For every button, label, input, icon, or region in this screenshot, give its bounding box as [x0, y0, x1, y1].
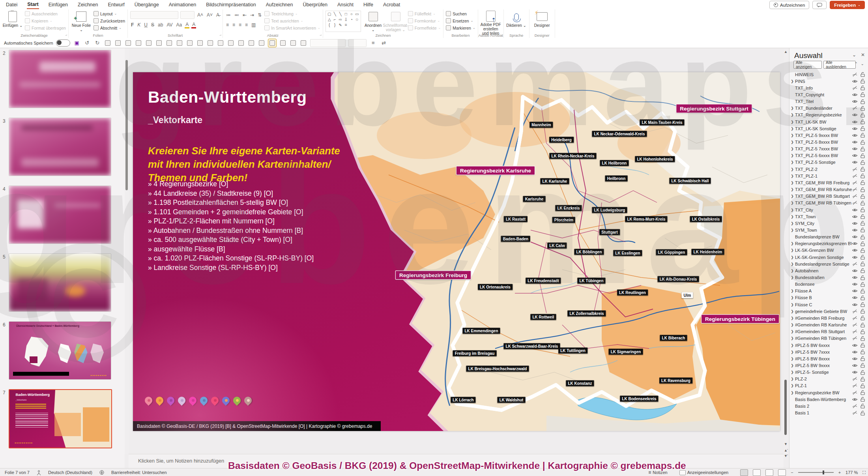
display-settings-toggle[interactable]: Anzeigeeinstellungen	[679, 470, 729, 475]
layer-name[interactable]: TXT_PLZ-5 7xxxx BW	[795, 146, 852, 151]
scroll-down-icon[interactable]: ▼	[784, 442, 788, 446]
unlock-icon[interactable]	[860, 153, 865, 158]
unlock-icon[interactable]	[860, 248, 865, 253]
unlock-icon[interactable]	[860, 221, 865, 226]
unlock-icon[interactable]	[860, 397, 865, 402]
expand-chevron-icon[interactable]: ❯	[789, 215, 795, 219]
expand-chevron-icon[interactable]: ❯	[789, 364, 795, 367]
layer-row-txt-plz-5-6xxxx-bw[interactable]: ❯TXT_PLZ-5 6xxxx BW	[789, 152, 868, 159]
eye-hidden-icon[interactable]	[852, 174, 858, 178]
shape-icon[interactable]: ⇨	[338, 17, 343, 22]
image-icon[interactable]	[299, 39, 307, 47]
ribbon-item-zur-cksetzen[interactable]: Zurücksetzen	[94, 18, 125, 24]
layer-row-hinweis[interactable]: HINWEIS	[789, 71, 868, 78]
eye-hidden-icon[interactable]	[852, 390, 858, 395]
eye-visible-icon[interactable]	[852, 255, 858, 260]
layer-name[interactable]: Flüsse C	[795, 302, 852, 307]
expand-chevron-icon[interactable]: ❯	[789, 242, 795, 245]
layer-name[interactable]: #PLZ-5 BW 6xxxx	[795, 343, 852, 348]
menu-tab-einfügen[interactable]: Einfügen	[48, 1, 68, 9]
layer-row-bodensee[interactable]: Bodensee	[789, 281, 868, 288]
layer-name[interactable]: Regierungsbezirke BW	[795, 390, 852, 395]
unlock-icon[interactable]	[860, 322, 865, 328]
next-slide-icon[interactable]: ▼̄	[784, 454, 788, 458]
move-down-icon[interactable]: ⌄	[861, 62, 864, 66]
expand-chevron-icon[interactable]: ❯	[789, 384, 795, 388]
unlock-icon[interactable]	[860, 214, 865, 219]
layer-name[interactable]: TXT_GEM_BW RB Karlsruhe	[795, 187, 852, 192]
unlock-icon[interactable]	[860, 295, 865, 300]
layer-name[interactable]: SYM_Town	[795, 228, 852, 232]
eye-hidden-icon[interactable]	[852, 187, 858, 192]
alignment-button[interactable]: ≡	[225, 22, 230, 28]
eye-visible-icon[interactable]	[852, 79, 858, 84]
eye-visible-icon[interactable]	[852, 295, 858, 300]
slide-sorter-view-button[interactable]	[753, 469, 761, 476]
layer-name[interactable]: Bundeslandgrenze BW	[795, 234, 852, 239]
font-style-button-8[interactable]: A	[191, 22, 196, 28]
unlock-icon[interactable]	[860, 377, 865, 382]
eye-visible-icon[interactable]	[852, 268, 858, 273]
menu-tab-entwurf[interactable]: Entwurf	[107, 1, 125, 9]
menu-tab-aufzeichnen[interactable]: Aufzeichnen	[266, 1, 294, 9]
unlock-icon[interactable]	[860, 241, 865, 246]
ribbon-button-adobe-pdf-erstellen-und-teilen[interactable]: Adobe PDF erstellen und teilen	[481, 11, 501, 32]
format-painter-icon[interactable]	[176, 39, 183, 47]
layer-name[interactable]: TXT_PLZ-5 9xxxx BW	[795, 133, 852, 138]
expand-chevron-icon[interactable]: ❯	[789, 120, 795, 124]
previous-slide-icon[interactable]: ▲̄	[784, 448, 788, 452]
fit-to-window-icon[interactable]: ⛶	[862, 470, 866, 475]
eye-hidden-icon[interactable]	[852, 72, 858, 77]
eye-hidden-icon[interactable]	[852, 194, 858, 199]
expand-chevron-icon[interactable]: ❯	[789, 370, 795, 374]
unlock-icon[interactable]	[860, 275, 865, 280]
selection-pane-icon[interactable]	[268, 39, 277, 47]
unlock-icon[interactable]	[860, 180, 865, 185]
ribbon-item-formeffekte[interactable]: Formeffekte⌄	[408, 25, 441, 31]
menu-tab-bildschirmpräsentation[interactable]: Bildschirmpräsentation	[206, 1, 256, 9]
eye-visible-icon[interactable]	[852, 356, 858, 361]
expand-chevron-icon[interactable]: ❯	[789, 391, 795, 395]
paste-options-icon[interactable]	[124, 39, 132, 47]
layer-name[interactable]: Flüsse B	[795, 295, 852, 300]
expand-chevron-icon[interactable]: ❯	[789, 350, 795, 354]
layer-name[interactable]: Bundesstraßen	[795, 275, 852, 280]
layer-row--plz-5-bw-8xxxx[interactable]: ❯#PLZ-5 BW 8xxxx	[789, 355, 868, 362]
layer-row-autobahnen[interactable]: ❯Autobahnen	[789, 267, 868, 274]
layer-row--gemeinden-rb-karlsruhe[interactable]: ❯#Gemeinden RB Karlsruhe	[789, 322, 868, 328]
reading-view-button[interactable]	[765, 469, 773, 476]
unlock-icon[interactable]	[860, 390, 865, 395]
layer-name[interactable]: TXT_LK-SK BW	[795, 120, 852, 124]
layer-row-txt-plz-1[interactable]: ❯TXT_PLZ-1	[789, 172, 868, 179]
shape-icon[interactable]: ◔	[349, 17, 354, 22]
alignment-button[interactable]: ≡	[244, 22, 249, 28]
layer-name[interactable]: Regierungsbezirksgrenzen BW	[795, 241, 852, 246]
eye-hidden-icon[interactable]	[852, 336, 858, 341]
unlock-icon[interactable]	[860, 255, 865, 260]
slide-title[interactable]: Baden-Württemberg	[148, 88, 307, 107]
layer-row--plz-5-bw-9xxxx[interactable]: ❯#PLZ-5 BW 9xxxx	[789, 362, 868, 369]
shape-icon[interactable]: }	[332, 22, 338, 28]
expand-chevron-icon[interactable]: ❯	[789, 147, 795, 151]
expand-chevron-icon[interactable]: ❯	[789, 113, 795, 117]
slide-thumbnail-4[interactable]	[9, 186, 111, 244]
unlock-icon[interactable]	[860, 207, 865, 212]
layer-name[interactable]: TXT_Info	[795, 86, 852, 90]
eye-visible-icon[interactable]	[852, 99, 858, 104]
line-spacing-icon[interactable]: ≡	[369, 39, 377, 47]
layer-row-sym-town[interactable]: ❯SYM_Town	[789, 227, 868, 233]
layer-row-txt-gem-bw-rb-t-bingen[interactable]: ❯TXT_GEM_BW RB Tübingen	[789, 200, 868, 206]
unlock-icon[interactable]	[860, 234, 865, 240]
expand-chevron-icon[interactable]: ❯	[789, 127, 795, 131]
expand-chevron-icon[interactable]: ❯	[789, 377, 795, 381]
eye-visible-icon[interactable]	[852, 228, 858, 232]
shape-icon[interactable]: ☆	[354, 17, 360, 22]
layer-name[interactable]: TXT_PLZ-2	[795, 167, 852, 172]
unlock-icon[interactable]	[860, 410, 865, 416]
eye-hidden-icon[interactable]	[852, 201, 858, 205]
zoom-slider[interactable]	[798, 472, 834, 473]
menu-tab-animationen[interactable]: Animationen	[168, 1, 197, 9]
layer-name[interactable]: PINS	[795, 79, 852, 84]
eye-visible-icon[interactable]	[852, 248, 858, 253]
font-color-icon[interactable]	[186, 39, 194, 47]
